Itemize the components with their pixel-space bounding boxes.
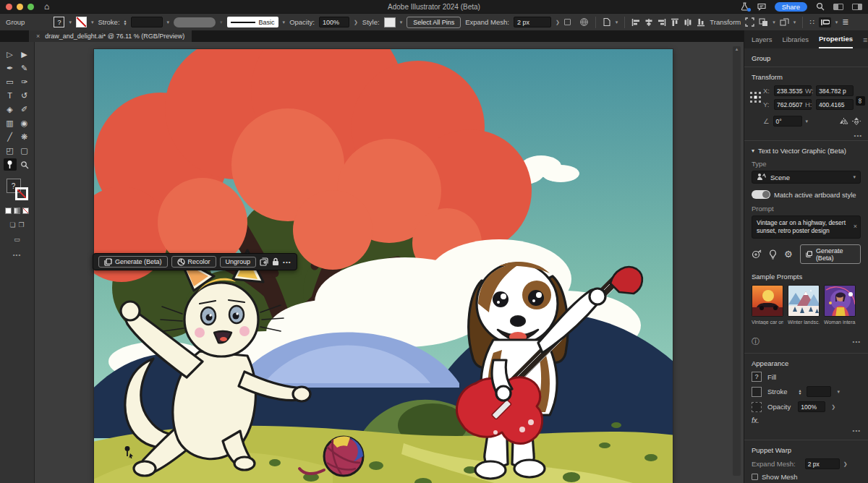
- panel-expand-mesh-input[interactable]: 2 px: [805, 458, 840, 469]
- style-chevron-icon[interactable]: ▾: [400, 20, 403, 25]
- w-input[interactable]: [816, 85, 854, 96]
- color-button[interactable]: [5, 208, 12, 214]
- draw-behind-icon[interactable]: ❐: [19, 221, 25, 228]
- gear-icon[interactable]: ⚙: [784, 249, 793, 260]
- transform-more-ellipsis[interactable]: •••: [854, 132, 862, 139]
- minimize-window-button[interactable]: [17, 4, 23, 10]
- blend-tool-icon[interactable]: ◉: [18, 117, 31, 129]
- appearance-stroke-chevron-icon[interactable]: ▾: [837, 389, 840, 395]
- search-icon[interactable]: [816, 2, 825, 11]
- shape-modes-icon[interactable]: [759, 18, 768, 27]
- close-document-icon[interactable]: ×: [36, 33, 40, 40]
- show-mesh-checkbox[interactable]: [564, 19, 571, 25]
- info-icon[interactable]: ⓘ: [752, 336, 760, 347]
- stroke-proxy-swatch[interactable]: [15, 187, 28, 200]
- h-input[interactable]: [816, 99, 854, 110]
- document-tab[interactable]: × draw_and_delight.ai* @ 76.11 % (RGB/Pr…: [29, 30, 192, 42]
- document-setup-chevron-icon[interactable]: ▾: [616, 20, 618, 25]
- document-setup-icon[interactable]: [603, 17, 611, 27]
- tab-layers[interactable]: Layers: [752, 31, 773, 48]
- section-collapse-chevron-icon[interactable]: ▾: [752, 148, 754, 154]
- flip-horizontal-icon[interactable]: [839, 118, 848, 125]
- rectangle-tool-icon[interactable]: ▭: [4, 76, 17, 88]
- zoom-window-button[interactable]: [27, 4, 34, 10]
- panel-dock-icon[interactable]: [852, 4, 862, 10]
- appearance-stroke-swatch[interactable]: [752, 387, 762, 397]
- prompt-input[interactable]: Vintage car on a highway, desert sunset,…: [752, 215, 861, 239]
- arrange-chevron-icon[interactable]: ▾: [793, 20, 796, 25]
- canvas-vertical-scrollbar[interactable]: ▴: [733, 46, 741, 476]
- publish-globe-icon[interactable]: [579, 17, 589, 27]
- close-window-button[interactable]: [6, 4, 12, 10]
- stroke-weight-chevron-icon[interactable]: ▾: [167, 20, 170, 25]
- panel-toggle-chevron-icon[interactable]: ▾: [835, 20, 838, 25]
- opacity-arrow[interactable]: ❯: [354, 20, 358, 25]
- type-dropdown[interactable]: Scene ▾: [752, 171, 861, 184]
- sample-thumbnail-woman[interactable]: [824, 285, 856, 317]
- stroke-weight-stepper[interactable]: ▴▾: [124, 20, 127, 25]
- fill-color-swatch[interactable]: ?: [54, 17, 64, 27]
- eyedropper-tool-icon[interactable]: ╱: [4, 131, 17, 143]
- none-button[interactable]: [22, 208, 29, 214]
- shape-builder-tool-icon[interactable]: ◈: [4, 103, 17, 116]
- appearance-opacity-input[interactable]: 100%: [798, 401, 825, 412]
- workspace-layout-icon[interactable]: [833, 4, 843, 10]
- arrange-icon[interactable]: [780, 18, 789, 27]
- paintbrush-tool-icon[interactable]: ✑: [18, 76, 31, 88]
- style-picker-icon[interactable]: [752, 249, 762, 259]
- sample-thumbnail-winter-landscape[interactable]: [788, 285, 820, 317]
- edit-toolbar-ellipsis[interactable]: •••: [13, 252, 21, 258]
- shape-modes-chevron-icon[interactable]: ▾: [773, 20, 775, 25]
- type-tool-icon[interactable]: T: [4, 90, 17, 102]
- lightbulb-icon[interactable]: [769, 249, 777, 260]
- stroke-color-swatch[interactable]: [76, 17, 87, 27]
- ungroup-button[interactable]: Ungroup: [220, 257, 257, 268]
- rotate-angle-input[interactable]: 0°: [773, 116, 802, 127]
- artboard-tool-icon[interactable]: ▢: [18, 145, 31, 157]
- gradient-button[interactable]: [14, 208, 20, 214]
- select-all-pins-button[interactable]: Select All Pins: [407, 17, 461, 28]
- graphic-style-swatch[interactable]: [384, 17, 396, 27]
- appearance-stroke-stepper[interactable]: ▴▾: [799, 389, 801, 395]
- recolor-button[interactable]: Recolor: [171, 256, 216, 268]
- align-left-icon[interactable]: [631, 18, 640, 27]
- appearance-opacity-arrow[interactable]: ❯: [831, 404, 835, 410]
- panel-expand-mesh-arrow[interactable]: ❯: [843, 461, 848, 467]
- more-options-ellipsis[interactable]: •••: [283, 259, 291, 265]
- reference-point-selector-icon[interactable]: [750, 92, 761, 104]
- scale-tool-icon[interactable]: ◰: [4, 145, 17, 157]
- rotate-tool-icon[interactable]: ↺: [18, 90, 31, 102]
- expand-mesh-arrow[interactable]: ❯: [556, 20, 560, 25]
- align-center-icon[interactable]: [644, 18, 653, 27]
- zoom-tool-icon[interactable]: [18, 158, 31, 171]
- expand-mesh-input[interactable]: 2 px: [514, 17, 551, 27]
- tab-libraries[interactable]: Libraries: [783, 31, 809, 48]
- canvas-area[interactable]: Generate (Beta) Recolor Ungroup •••: [35, 42, 744, 483]
- stroke-weight-input[interactable]: [131, 17, 163, 27]
- fill-stroke-proxy[interactable]: ?: [7, 179, 28, 200]
- distribute-center-icon[interactable]: [684, 18, 692, 27]
- panel-menu-icon[interactable]: ≡: [863, 35, 867, 44]
- panel-show-mesh-checkbox[interactable]: [752, 474, 758, 480]
- panel-generate-button[interactable]: Generate (Beta): [800, 244, 861, 264]
- appearance-fill-swatch[interactable]: ?: [752, 372, 762, 382]
- grid-view-icon[interactable]: ∷: [809, 18, 814, 26]
- appearance-more-ellipsis[interactable]: •••: [752, 427, 861, 435]
- list-view-icon[interactable]: ≣: [842, 17, 848, 27]
- clear-prompt-icon[interactable]: ×: [854, 223, 857, 231]
- ttv-more-ellipsis[interactable]: •••: [853, 338, 861, 345]
- appearance-opacity-swatch[interactable]: [752, 402, 762, 412]
- match-artboard-style-toggle[interactable]: [752, 190, 770, 199]
- opacity-input[interactable]: 100%: [319, 17, 349, 27]
- home-icon[interactable]: ⌂: [44, 2, 49, 11]
- curvature-tool-icon[interactable]: ✎: [18, 62, 31, 74]
- brush-chevron-icon[interactable]: ▾: [283, 20, 286, 25]
- beta-feedback-flask-icon[interactable]: [741, 2, 749, 11]
- symbol-sprayer-tool-icon[interactable]: ❋: [18, 131, 31, 143]
- transform-label[interactable]: Transform: [710, 18, 741, 26]
- rotate-chevron-icon[interactable]: ▾: [806, 119, 809, 124]
- free-transform-icon[interactable]: [745, 17, 754, 27]
- flip-vertical-icon[interactable]: [852, 117, 861, 125]
- pen-tool-icon[interactable]: ✒: [4, 62, 17, 74]
- tab-properties[interactable]: Properties: [819, 30, 853, 48]
